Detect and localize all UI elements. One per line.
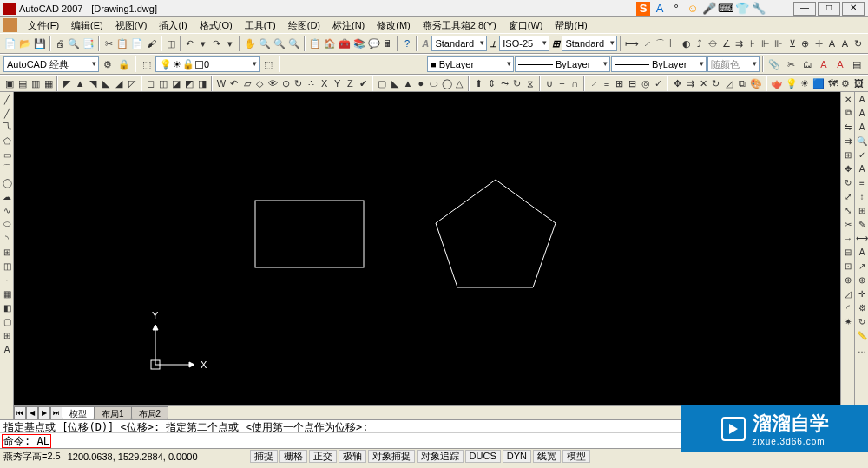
- textstyle-icon[interactable]: A: [420, 36, 431, 50]
- gradient-icon[interactable]: ◧: [0, 300, 14, 314]
- color-combo[interactable]: ■ ByLayer: [427, 56, 514, 72]
- block-editor-icon[interactable]: ◫: [165, 36, 177, 51]
- plot-preview-icon[interactable]: 🔍: [67, 36, 81, 51]
- quickcalc-icon[interactable]: 🖩: [382, 36, 394, 51]
- iso-ne-icon[interactable]: ◸: [126, 76, 138, 91]
- cut-icon[interactable]: ✂: [102, 36, 115, 51]
- menu-insert[interactable]: 插入(I): [154, 18, 192, 33]
- ucs-x-icon[interactable]: X: [319, 76, 331, 91]
- status-snap[interactable]: 捕捉: [250, 450, 278, 463]
- ref-more-icon[interactable]: ▤: [849, 56, 865, 72]
- ref-attach-icon[interactable]: 📎: [766, 56, 782, 72]
- tolerance-icon[interactable]: ⊕: [799, 36, 812, 51]
- iso-top-icon[interactable]: ▲: [74, 76, 86, 91]
- break-icon[interactable]: ⊟: [841, 245, 855, 259]
- tablestyle-icon[interactable]: ⊞: [550, 36, 561, 50]
- minimize-button[interactable]: —: [793, 2, 816, 16]
- find-icon[interactable]: 🔍: [855, 134, 868, 148]
- revolve-icon[interactable]: ↻: [511, 76, 523, 91]
- union-icon[interactable]: ∪: [543, 76, 556, 91]
- presspull-icon[interactable]: ⇕: [485, 76, 497, 91]
- dim-arc-icon[interactable]: ⌒: [654, 36, 666, 51]
- undo-icon[interactable]: ↶: [184, 36, 196, 51]
- workspace-settings-icon[interactable]: ⚙: [100, 56, 115, 72]
- ucs-3pt-icon[interactable]: ∴: [306, 76, 318, 91]
- dim-ed2-icon[interactable]: A: [855, 245, 868, 259]
- styl-icon[interactable]: ✎: [855, 217, 868, 231]
- do4-icon[interactable]: ▦: [43, 76, 55, 91]
- se-offset-icon[interactable]: ⇉: [684, 76, 696, 91]
- layer-props-icon[interactable]: ⬚: [139, 56, 155, 72]
- tab-last-icon[interactable]: ⏭: [50, 406, 62, 419]
- arc-icon[interactable]: ⌒: [0, 161, 14, 175]
- dim-quick-icon[interactable]: ⇉: [733, 36, 746, 51]
- ellipsearc-icon[interactable]: ◝: [0, 231, 14, 245]
- erase-icon[interactable]: ✕: [841, 92, 855, 106]
- status-ortho[interactable]: 正交: [309, 450, 337, 463]
- lineweight-combo[interactable]: ByLayer: [611, 56, 707, 72]
- dim-aligned-icon[interactable]: ⟋: [641, 36, 653, 51]
- menu-format[interactable]: 格式(O): [194, 18, 238, 33]
- light-icon[interactable]: 💡: [785, 76, 799, 91]
- intersect-icon[interactable]: ∩: [569, 76, 581, 91]
- ucs-w-icon[interactable]: W: [215, 76, 227, 91]
- dimsty-icon[interactable]: 📏: [855, 328, 868, 342]
- ime-skin-icon[interactable]: 👕: [735, 2, 749, 16]
- properties-icon[interactable]: 📋: [308, 36, 322, 51]
- dim-dia-icon[interactable]: ⦵: [707, 36, 719, 51]
- hatch-icon[interactable]: ▦: [0, 287, 14, 300]
- ucs-face-icon[interactable]: ▱: [241, 76, 253, 91]
- ucs-zrot-icon[interactable]: ↻: [293, 76, 305, 91]
- visual-real-icon[interactable]: ◩: [183, 76, 195, 91]
- dtext-icon[interactable]: A: [855, 106, 868, 120]
- dim-cont-icon[interactable]: ⊩: [760, 36, 772, 51]
- tab-prev-icon[interactable]: ◀: [26, 406, 38, 419]
- menu-yanxiu[interactable]: 燕秀工具箱2.8(Y): [418, 18, 502, 33]
- status-grid[interactable]: 栅格: [279, 450, 307, 463]
- tool-pal-icon[interactable]: 🧰: [338, 36, 352, 51]
- dim-ang-icon[interactable]: ∠: [720, 36, 732, 51]
- visual-3dh-icon[interactable]: ◪: [170, 76, 182, 91]
- copy-icon[interactable]: 📋: [115, 36, 129, 51]
- scale-icon[interactable]: ⤢: [841, 189, 855, 203]
- ucs-z-icon[interactable]: Z: [344, 76, 356, 91]
- tab-layout1[interactable]: 布局1: [94, 406, 132, 420]
- visual-conc-icon[interactable]: ◨: [196, 76, 208, 91]
- polygon-icon[interactable]: ⬠: [0, 134, 14, 148]
- mtext2-icon[interactable]: A: [855, 92, 868, 106]
- check-icon[interactable]: ✓: [653, 76, 665, 91]
- menu-edit[interactable]: 编辑(E): [66, 18, 108, 33]
- save-icon[interactable]: 💾: [33, 36, 47, 51]
- menu-dimension[interactable]: 标注(N): [327, 18, 370, 33]
- dimovr-icon[interactable]: ⚙: [855, 300, 868, 314]
- solid-pyr-icon[interactable]: △: [454, 76, 466, 91]
- iso-sw-icon[interactable]: ◣: [100, 76, 112, 91]
- workspace-save-icon[interactable]: 🔒: [116, 56, 132, 72]
- cen-icon[interactable]: ✛: [855, 287, 868, 300]
- layer-prev-icon[interactable]: ⬚: [260, 56, 276, 72]
- ucs-y-icon[interactable]: Y: [332, 76, 344, 91]
- paste-icon[interactable]: 📄: [130, 36, 144, 51]
- tab-first-icon[interactable]: ⏮: [14, 406, 26, 419]
- ref-close-icon[interactable]: A: [832, 56, 848, 72]
- render-icon[interactable]: 🫖: [770, 76, 784, 91]
- subtract-icon[interactable]: −: [556, 76, 569, 91]
- se-delete-icon[interactable]: ✕: [697, 76, 709, 91]
- status-coords[interactable]: 1200.0638, 1529.2884, 0.0000: [62, 452, 203, 462]
- ucs-orig-icon[interactable]: ⊙: [279, 76, 292, 91]
- ref-clip-icon[interactable]: ✂: [783, 56, 799, 72]
- dim-linear-icon[interactable]: ⟼: [624, 36, 640, 51]
- line-icon[interactable]: ╱: [0, 92, 14, 106]
- ime-tool-icon[interactable]: 🔧: [752, 2, 766, 16]
- new-icon[interactable]: 📄: [3, 36, 17, 51]
- dimstyle-icon[interactable]: ⟂: [488, 36, 498, 50]
- open-icon[interactable]: 📂: [18, 36, 32, 51]
- sheetset-icon[interactable]: 📚: [352, 36, 366, 51]
- dcenter-icon[interactable]: 🏠: [323, 36, 337, 51]
- circle-icon[interactable]: ◯: [0, 175, 14, 189]
- ref-edit-icon[interactable]: A: [816, 56, 832, 72]
- revcloud-icon[interactable]: ☁: [0, 189, 14, 203]
- spline-icon[interactable]: ∿: [0, 203, 14, 217]
- plot-icon[interactable]: 🖨: [54, 36, 66, 51]
- tab-layout2[interactable]: 布局2: [131, 406, 169, 420]
